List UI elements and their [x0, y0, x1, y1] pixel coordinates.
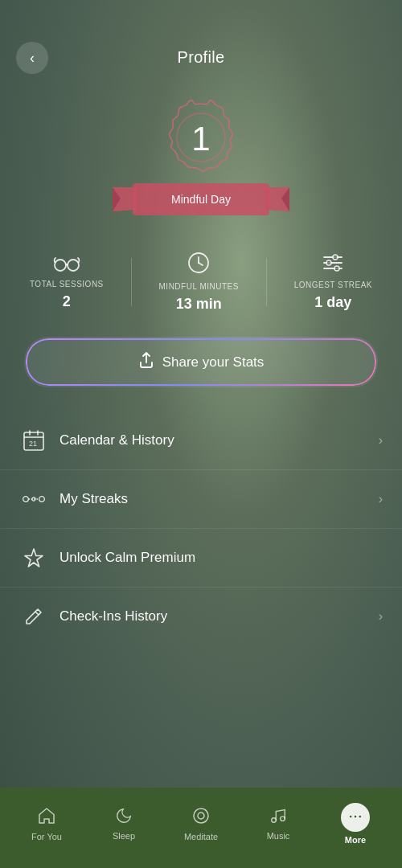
svg-line-26: [35, 612, 39, 615]
nav-for-you-label: For You: [31, 832, 62, 841]
menu-item-calendar[interactable]: 21 Calendar & History ›: [0, 411, 402, 470]
longest-streak-label: LONGEST STREAK: [294, 280, 372, 289]
bottom-nav: For You Sleep Meditate: [0, 788, 402, 868]
svg-point-7: [68, 260, 79, 271]
nav-music[interactable]: Music: [240, 800, 317, 847]
stat-longest-streak: LONGEST STREAK 1 day: [294, 253, 372, 311]
streaks-chevron: ›: [379, 492, 383, 506]
nav-more-circle: [341, 803, 370, 832]
more-icon: [347, 809, 363, 827]
calendar-label: Calendar & History: [59, 432, 379, 448]
svg-point-22: [23, 497, 29, 502]
svg-point-33: [359, 815, 362, 817]
total-sessions-value: 2: [63, 293, 71, 310]
premium-label: Unlock Calm Premium: [59, 550, 383, 566]
badge-container: 1 Mindful Day: [113, 99, 289, 219]
ribbon-svg: [113, 179, 289, 219]
share-stats-button[interactable]: Share your Stats: [24, 337, 378, 387]
sliders-icon: [321, 253, 345, 276]
moon-icon: [115, 807, 133, 828]
svg-point-16: [334, 266, 339, 271]
svg-point-31: [350, 815, 352, 817]
mindful-minutes-label: MINDFUL MINUTES: [159, 282, 239, 291]
calendar-chevron: ›: [379, 433, 383, 448]
share-icon: [138, 351, 154, 373]
checkins-chevron: ›: [379, 609, 383, 624]
longest-streak-value: 1 day: [314, 294, 351, 311]
share-stats-label: Share your Stats: [162, 354, 265, 371]
nav-for-you[interactable]: For You: [8, 800, 85, 848]
svg-text:21: 21: [29, 440, 37, 448]
svg-point-29: [272, 818, 277, 823]
menu-item-streaks[interactable]: My Streaks ›: [0, 470, 402, 529]
glasses-icon: [53, 254, 80, 275]
header: ‹ Profile: [0, 0, 402, 83]
streaks-icon: [19, 485, 48, 514]
nav-more[interactable]: More: [317, 796, 394, 851]
svg-point-23: [39, 497, 45, 502]
svg-line-10: [199, 263, 203, 265]
stats-row: TOTAL SESSIONS 2 MINDFUL MINUTES 13 min: [0, 227, 402, 329]
menu-item-checkins[interactable]: Check-Ins History ›: [0, 588, 402, 645]
main-container: ‹ Profile 1: [0, 0, 402, 868]
nav-sleep[interactable]: Sleep: [85, 800, 162, 847]
menu-item-premium[interactable]: Unlock Calm Premium: [0, 529, 402, 588]
circle-icon: [191, 806, 211, 829]
svg-point-6: [55, 260, 66, 271]
nav-meditate[interactable]: Meditate: [162, 800, 240, 848]
ribbon-wrap: Mindful Day: [113, 179, 289, 219]
nav-meditate-label: Meditate: [184, 832, 218, 841]
star-icon: [19, 543, 48, 572]
nav-more-label: More: [345, 835, 366, 845]
svg-point-28: [198, 813, 204, 819]
pencil-icon: [19, 602, 48, 631]
svg-point-14: [333, 255, 338, 260]
stat-mindful-minutes: MINDFUL MINUTES 13 min: [159, 252, 239, 313]
stat-divider-1: [131, 258, 132, 306]
checkins-label: Check-Ins History: [59, 608, 379, 624]
stat-total-sessions: TOTAL SESSIONS 2: [30, 254, 104, 310]
svg-point-15: [326, 260, 331, 265]
back-button[interactable]: ‹: [16, 42, 48, 74]
stat-divider-2: [266, 258, 267, 306]
nav-sleep-label: Sleep: [113, 831, 135, 841]
svg-rect-5: [133, 183, 269, 215]
nav-music-label: Music: [267, 831, 290, 841]
total-sessions-label: TOTAL SESSIONS: [30, 280, 104, 289]
svg-point-32: [355, 815, 357, 817]
badge-outer: 1: [161, 99, 241, 179]
music-icon: [269, 807, 287, 828]
home-icon: [37, 806, 56, 829]
mindful-minutes-value: 13 min: [176, 296, 222, 313]
streaks-label: My Streaks: [59, 491, 379, 507]
calendar-icon: 21: [19, 426, 48, 455]
menu-list: 21 Calendar & History › My Streaks ›: [0, 403, 402, 788]
svg-point-27: [194, 809, 208, 823]
share-section: Share your Stats: [0, 329, 402, 403]
badge-section: 1 Mindful Day: [0, 83, 402, 227]
badge-number: 1: [191, 120, 210, 158]
svg-point-30: [281, 817, 285, 821]
clock-icon: [187, 252, 210, 277]
back-icon: ‹: [30, 51, 35, 65]
page-title: Profile: [178, 48, 225, 67]
